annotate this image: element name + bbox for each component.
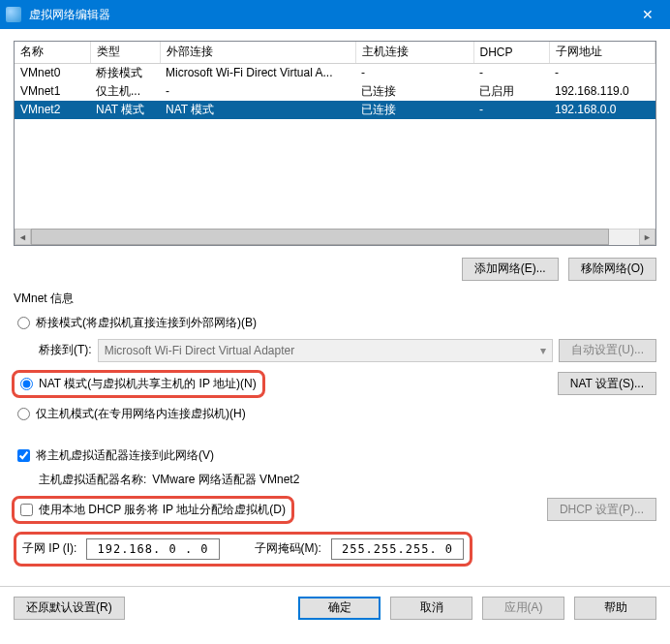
- cell-dhcp: -: [473, 101, 549, 119]
- col-host[interactable]: 主机连接: [355, 42, 473, 63]
- use-dhcp-checkbox[interactable]: [20, 504, 33, 516]
- cell-ext: -: [160, 82, 355, 101]
- cell-subnet: -: [549, 64, 655, 82]
- close-button[interactable]: ✕: [625, 0, 670, 29]
- table-row[interactable]: VMnet0桥接模式Microsoft Wi-Fi Direct Virtual…: [15, 64, 655, 82]
- connect-host-label: 将主机虚拟适配器连接到此网络(V): [36, 447, 214, 464]
- cell-host: -: [355, 64, 473, 82]
- subnet-ip-label: 子网 IP (I):: [22, 540, 76, 557]
- hostonly-radio[interactable]: [17, 408, 30, 420]
- apply-button: 应用(A): [482, 597, 564, 620]
- cell-host: 已连接: [355, 101, 473, 119]
- nat-settings-button[interactable]: NAT 设置(S)...: [558, 372, 656, 395]
- add-network-button[interactable]: 添加网络(E)...: [462, 258, 559, 281]
- bridge-adapter-combo[interactable]: Microsoft Wi-Fi Direct Virtual Adapter ▾: [98, 339, 554, 362]
- auto-settings-button: 自动设置(U)...: [559, 339, 656, 362]
- nat-label: NAT 模式(与虚拟机共享主机的 IP 地址)(N): [39, 376, 257, 392]
- titlebar: 虚拟网络编辑器 ✕: [0, 0, 670, 29]
- subnet-mask-label: 子网掩码(M):: [255, 540, 321, 557]
- cell-name: VMnet1: [15, 82, 90, 101]
- subnet-ip-input[interactable]: 192.168. 0 . 0: [86, 538, 219, 560]
- scroll-thumb[interactable]: [31, 229, 609, 245]
- restore-defaults-button[interactable]: 还原默认设置(R): [14, 597, 125, 620]
- subnet-mask-input[interactable]: 255.255.255. 0: [331, 538, 464, 560]
- hostonly-label: 仅主机模式(在专用网络内连接虚拟机)(H): [36, 406, 246, 422]
- scroll-right-icon[interactable]: ►: [639, 229, 655, 245]
- host-adapter-name-label: 主机虚拟适配器名称:: [39, 472, 146, 488]
- horizontal-scrollbar[interactable]: ◄ ►: [15, 229, 655, 245]
- cell-ext: NAT 模式: [160, 101, 355, 119]
- vmnet-info-label: VMnet 信息: [14, 291, 656, 307]
- host-adapter-name-value: VMware 网络适配器 VMnet2: [152, 472, 299, 488]
- cancel-button[interactable]: 取消: [390, 597, 472, 620]
- app-icon: [6, 7, 21, 22]
- dhcp-settings-button: DHCP 设置(P)...: [547, 498, 656, 521]
- chevron-down-icon: ▾: [540, 344, 546, 357]
- col-dhcp[interactable]: DHCP: [473, 42, 549, 63]
- cell-subnet: 192.168.0.0: [549, 101, 655, 119]
- cell-host: 已连接: [355, 82, 473, 101]
- connect-host-checkbox[interactable]: [17, 449, 30, 462]
- col-type[interactable]: 类型: [90, 42, 160, 63]
- cell-ext: Microsoft Wi-Fi Direct Virtual A...: [160, 64, 355, 82]
- remove-network-button[interactable]: 移除网络(O): [568, 258, 656, 281]
- scroll-left-icon[interactable]: ◄: [15, 229, 31, 245]
- cell-type: NAT 模式: [90, 101, 160, 119]
- bridge-to-label: 桥接到(T):: [39, 342, 92, 358]
- bottom-bar: 还原默认设置(R) 确定 取消 应用(A) 帮助: [0, 586, 670, 629]
- cell-name: VMnet0: [15, 64, 90, 82]
- table-header: 名称 类型 外部连接 主机连接 DHCP 子网地址: [15, 42, 655, 63]
- help-button[interactable]: 帮助: [574, 597, 656, 620]
- network-table: 名称 类型 外部连接 主机连接 DHCP 子网地址 VMnet0桥接模式Micr…: [14, 41, 656, 246]
- bridged-label: 桥接模式(将虚拟机直接连接到外部网络)(B): [36, 315, 257, 331]
- cell-name: VMnet2: [15, 101, 90, 119]
- ok-button[interactable]: 确定: [298, 597, 381, 620]
- col-ext[interactable]: 外部连接: [160, 42, 355, 63]
- col-name[interactable]: 名称: [15, 42, 90, 63]
- bridged-radio[interactable]: [17, 317, 30, 329]
- use-dhcp-label: 使用本地 DHCP 服务将 IP 地址分配给虚拟机(D): [39, 502, 286, 518]
- cell-type: 仅主机...: [90, 82, 160, 101]
- nat-radio[interactable]: [20, 378, 33, 390]
- cell-dhcp: 已启用: [473, 82, 549, 101]
- window-title: 虚拟网络编辑器: [29, 7, 625, 23]
- table-row[interactable]: VMnet1仅主机...-已连接已启用192.168.119.0: [15, 82, 655, 101]
- cell-dhcp: -: [473, 64, 549, 82]
- col-subnet[interactable]: 子网地址: [549, 42, 655, 63]
- bridge-adapter-value: Microsoft Wi-Fi Direct Virtual Adapter: [105, 344, 295, 357]
- table-row[interactable]: VMnet2NAT 模式NAT 模式已连接-192.168.0.0: [15, 101, 655, 119]
- cell-type: 桥接模式: [90, 64, 160, 82]
- cell-subnet: 192.168.119.0: [549, 82, 655, 101]
